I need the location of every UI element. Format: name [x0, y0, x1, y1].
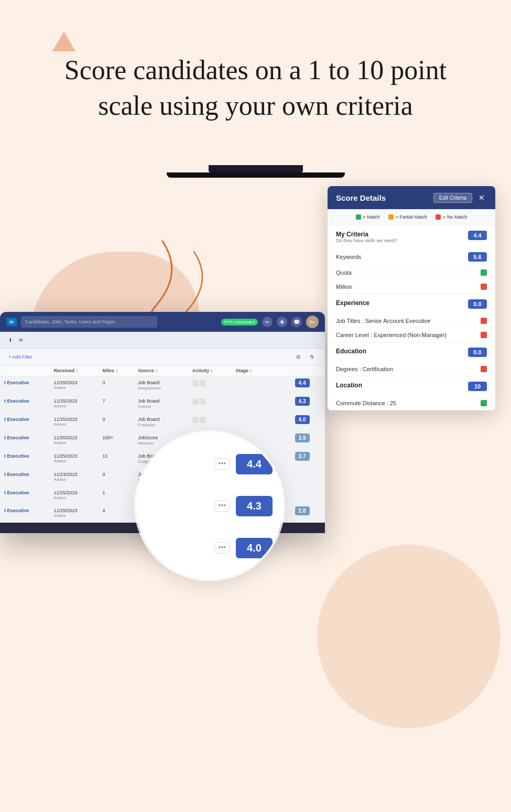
laptop-base — [167, 172, 345, 178]
chat-icon[interactable]: 💬 — [291, 317, 302, 327]
laptop-stand — [209, 165, 303, 172]
criteria-header-education: Education 0.0 — [328, 342, 495, 362]
laptop-topbar: in Candidates, Jobs, Tasks, Users and Pa… — [0, 312, 325, 332]
col-source[interactable]: Source ↕ — [134, 365, 188, 376]
grid-icon[interactable]: ⊞ — [293, 352, 303, 362]
edit-criteria-button[interactable]: Edit Criteria — [433, 193, 472, 203]
score-chip-my-criteria: 4.4 — [468, 231, 487, 240]
criteria-row-job-titles: Job Titles : Senior Account Executive — [328, 314, 495, 328]
legend-no-match: = No Match — [436, 214, 467, 220]
hero-section: Score candidates on a 1 to 10 point scal… — [0, 0, 511, 155]
score-chip-education: 0.0 — [468, 348, 487, 357]
col-activity[interactable]: Activity ↕ — [188, 365, 232, 376]
match-icon-degrees — [481, 366, 487, 372]
candidate-name[interactable]: t Executive — [4, 398, 29, 404]
candidate-name[interactable]: t Executive — [4, 472, 29, 477]
score-badge[interactable]: 4.4 — [295, 378, 310, 387]
sort-icon[interactable]: ⇅ — [307, 352, 317, 362]
candidate-name[interactable]: t Executive — [4, 453, 29, 459]
match-icon-commute — [481, 400, 487, 406]
add-filter-label[interactable]: + Add Filter — [8, 354, 32, 360]
close-icon[interactable]: ✕ — [476, 192, 487, 203]
partial-dot-icon — [388, 214, 394, 220]
no-match-dot-icon — [436, 214, 441, 220]
candidate-name[interactable]: t Executive — [4, 508, 29, 513]
score-badge[interactable]: 3.7 — [295, 452, 310, 461]
criteria-section-location: Location 10 Commute Distance : 25 — [328, 376, 495, 410]
match-dot-icon — [356, 214, 361, 220]
score-chip-location: 10 — [468, 382, 487, 391]
panel-header: Score Details Edit Criteria ✕ — [328, 186, 495, 209]
move-icon[interactable]: ✤ — [277, 317, 287, 327]
col-stage[interactable]: Stage ↕ — [231, 365, 290, 376]
score-badge[interactable]: 2.8 — [295, 506, 310, 515]
more-options-button-3[interactable]: ••• — [214, 542, 230, 554]
table-row: t Executive 11/20/2023Added 100+ JobScor… — [0, 431, 325, 450]
magnify-score-2[interactable]: 4.3 — [236, 496, 273, 516]
match-icon-job-titles — [481, 318, 487, 324]
pencil-icon[interactable]: ✏ — [262, 317, 273, 327]
topbar-right: 57% Onboarded ✏ ✤ 💬 Bu — [221, 316, 319, 328]
criteria-row-degrees: Degrees : Certification — [328, 362, 495, 376]
magnify-row-2: ••• 4.3 — [147, 494, 273, 518]
laptop-area: Score Details Edit Criteria ✕ = Match = … — [0, 165, 511, 611]
match-icon-quota — [481, 269, 487, 276]
filter-bar: + Add Filter ⊞ ⇅ — [0, 349, 325, 365]
criteria-label-my-criteria: My Criteria Do they have skills we need? — [336, 231, 397, 243]
criteria-header-experience: Experience 0.0 — [328, 294, 495, 314]
col-score — [291, 365, 325, 376]
legend-match: = Match — [356, 214, 380, 220]
candidate-name[interactable]: t Executive — [4, 490, 29, 495]
candidate-name[interactable]: t Executive — [4, 435, 29, 440]
criteria-section-education: Education 0.0 Degrees : Certification — [328, 342, 495, 376]
table-row: t Executive 11/25/2023Added 0 Job BoardC… — [0, 413, 325, 431]
criteria-row-keywords: Keywords 5.6 — [328, 248, 495, 266]
candidate-name[interactable]: t Executive — [4, 417, 29, 422]
criteria-header-location: Location 10 — [328, 376, 495, 396]
criteria-header-my-criteria: My Criteria Do they have skills we need?… — [328, 225, 495, 248]
table-header-row: Received ↕ Miles ↕ Source ↕ Activity ↕ S… — [0, 365, 325, 376]
score-badge[interactable]: 4.3 — [295, 397, 310, 406]
panel-body: My Criteria Do they have skills we need?… — [328, 225, 495, 410]
triangle-decoration — [52, 31, 75, 51]
criteria-row-commute: Commute Distance : 25 — [328, 396, 495, 410]
candidate-name[interactable]: t Executive — [4, 380, 29, 385]
linkedin-icon: in — [6, 318, 17, 326]
criteria-label-experience: Experience — [336, 299, 369, 307]
col-received[interactable]: Received ↕ — [50, 365, 99, 376]
magnify-row-3: ••• 4.0 — [147, 536, 273, 560]
sub-bar: ⬇ ✉ — [0, 332, 325, 349]
filter-icons: ⊞ ⇅ — [293, 352, 317, 362]
more-options-button-2[interactable]: ••• — [214, 500, 230, 512]
table-row: t Executive 11/25/2023Added 3 Job BoardS… — [0, 376, 325, 395]
table-row: t Executive 11/25/2023Added 7 Job BoardI… — [0, 395, 325, 413]
col-name — [0, 365, 50, 376]
hero-title: Score candidates on a 1 to 10 point scal… — [63, 52, 448, 123]
criteria-row-million: Million — [328, 280, 495, 294]
download-icon[interactable]: ⬇ — [8, 338, 13, 343]
topbar-search[interactable]: Candidates, Jobs, Tasks, Users and Pages — [21, 316, 157, 328]
score-details-panel: Score Details Edit Criteria ✕ = Match = … — [328, 186, 495, 410]
magnify-row-1: ••• 4.4 — [147, 452, 273, 477]
avatar[interactable]: Bu — [306, 316, 319, 328]
score-badge[interactable]: 3.9 — [295, 434, 310, 442]
score-badge[interactable]: 4.0 — [295, 415, 310, 424]
criteria-label-education: Education — [336, 348, 366, 355]
col-miles[interactable]: Miles ↕ — [99, 365, 134, 376]
score-chip-keywords: 5.6 — [468, 252, 487, 262]
more-options-button-1[interactable]: ••• — [214, 458, 230, 470]
criteria-label-location: Location — [336, 382, 362, 389]
criteria-section-experience: Experience 0.0 Job Titles : Senior Accou… — [328, 294, 495, 342]
email-icon[interactable]: ✉ — [19, 338, 23, 343]
match-icon-career-level — [481, 332, 487, 338]
panel-header-actions: Edit Criteria ✕ — [433, 192, 487, 203]
criteria-row-quota: Quota — [328, 266, 495, 280]
panel-title: Score Details — [336, 193, 386, 202]
legend-row: = Match = Partial Match = No Match — [328, 209, 495, 225]
match-icon-million — [481, 284, 487, 290]
criteria-row-career-level: Career Level : Experienced (Non-Manager) — [328, 328, 495, 342]
criteria-section-my-criteria: My Criteria Do they have skills we need?… — [328, 225, 495, 294]
magnify-score-3[interactable]: 4.0 — [236, 538, 273, 558]
onboard-badge: 57% Onboarded — [221, 319, 258, 326]
score-chip-experience: 0.0 — [468, 299, 487, 309]
